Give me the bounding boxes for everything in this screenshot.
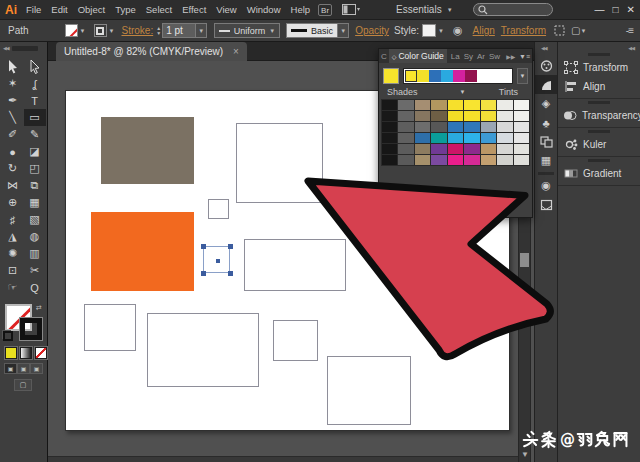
variation-swatch[interactable] [481, 144, 496, 154]
layers-panel-icon[interactable]: ◈ [535, 94, 557, 113]
variation-dropdown-icon[interactable]: ▼ [460, 89, 466, 95]
scale-tool[interactable]: ◰ [24, 160, 46, 177]
selection-handle[interactable] [201, 244, 206, 249]
none-mode-button[interactable] [35, 347, 47, 359]
panel-menu-icon[interactable]: ▼≡ [519, 53, 530, 60]
perspective-grid-tool[interactable]: ▦ [24, 194, 46, 211]
variation-swatch[interactable] [382, 100, 397, 110]
harmony-swatch[interactable] [465, 70, 477, 82]
width-tool[interactable]: ⋈ [2, 177, 24, 194]
variation-swatch[interactable] [497, 155, 512, 165]
stroke-color-button[interactable]: ▼ [94, 24, 115, 37]
variation-swatch[interactable] [382, 133, 397, 143]
line-segment-tool[interactable]: ╲ [2, 109, 24, 126]
panel-tab-ar[interactable]: Ar [475, 52, 487, 61]
blend-tool[interactable]: ◍ [24, 228, 46, 245]
menu-object[interactable]: Object [73, 4, 110, 15]
variation-swatch[interactable] [497, 111, 512, 121]
menu-help[interactable]: Help [286, 4, 316, 15]
menu-type[interactable]: Type [110, 4, 141, 15]
screen-mode-button[interactable]: ▢ [14, 379, 32, 391]
filled-rectangle[interactable] [101, 117, 194, 184]
menu-edit[interactable]: Edit [46, 4, 72, 15]
shape-builder-tool[interactable]: ⊕ [2, 194, 24, 211]
variation-swatch[interactable] [382, 144, 397, 154]
eyedropper-tool[interactable]: ◮ [2, 228, 24, 245]
close-button[interactable]: ✕ [627, 4, 635, 15]
outlined-rectangle[interactable] [236, 123, 323, 203]
scrollbar-thumb[interactable] [520, 253, 529, 267]
outlined-rectangle[interactable] [244, 239, 346, 291]
variation-swatch[interactable] [464, 111, 479, 121]
variation-swatch[interactable] [398, 111, 413, 121]
graphic-styles-panel-icon[interactable] [535, 195, 557, 214]
variation-swatch[interactable] [382, 122, 397, 132]
variation-swatch[interactable] [514, 155, 529, 165]
kuler-panel-button[interactable]: Kuler [558, 135, 640, 154]
variation-swatch[interactable] [398, 133, 413, 143]
brush-dropdown[interactable]: ▼ [338, 23, 349, 38]
pathfinder-panel-icon[interactable] [535, 132, 557, 151]
workspace-select[interactable]: Essentials▼ [396, 4, 453, 15]
color-guide-tab[interactable]: ◇Color Guide [389, 49, 447, 63]
recolor-artwork-icon[interactable]: ◉ [453, 24, 463, 37]
variation-swatch[interactable] [497, 133, 512, 143]
selected-rectangle[interactable] [203, 246, 230, 273]
rectangle-tool[interactable]: ▭ [24, 109, 46, 126]
selection-tool[interactable] [2, 58, 24, 75]
document-tab[interactable]: Untitled-8* @ 82% (CMYK/Preview) × [56, 42, 247, 61]
panel-drag-grip[interactable] [558, 128, 640, 135]
variation-swatch[interactable] [464, 100, 479, 110]
menu-effect[interactable]: Effect [177, 4, 211, 15]
selection-handle[interactable] [228, 271, 233, 276]
align-panel-button[interactable]: Align [558, 77, 640, 96]
variation-swatch[interactable] [431, 144, 446, 154]
artboard-tool[interactable]: ⊡ [2, 262, 24, 279]
variation-swatch[interactable] [415, 133, 430, 143]
tools-drag-grip[interactable] [12, 46, 38, 51]
transparency-panel-button[interactable]: Transparency [558, 106, 640, 125]
harmony-swatch[interactable] [441, 70, 453, 82]
gradient-panel-button[interactable]: Gradient [558, 164, 640, 183]
variation-swatch[interactable] [431, 111, 446, 121]
select-similar-icon[interactable]: ▢▼ [571, 25, 586, 36]
type-tool[interactable]: T [24, 92, 46, 109]
variation-swatch[interactable] [497, 144, 512, 154]
transform-panel-button[interactable]: Transform [558, 58, 640, 77]
panel-drag-grip[interactable] [558, 157, 640, 164]
brush-select[interactable]: Basic [286, 23, 338, 38]
harmony-swatch[interactable] [429, 70, 441, 82]
harmony-swatch[interactable] [417, 70, 429, 82]
stroke-weight-stepper[interactable]: ▲▼ [156, 26, 161, 36]
rotate-tool[interactable]: ↻ [2, 160, 24, 177]
panel-drag-grip[interactable] [558, 51, 640, 58]
variation-swatch[interactable] [448, 111, 463, 121]
variation-swatch[interactable] [431, 155, 446, 165]
variation-swatch[interactable] [464, 133, 479, 143]
fill-color-button[interactable]: ▼ [65, 24, 86, 37]
panel-tab-sy[interactable]: Sy [462, 52, 475, 61]
zoom-tool[interactable]: Q [24, 279, 46, 296]
stroke-swatch-black[interactable] [20, 318, 42, 340]
column-graph-tool[interactable]: ▥ [24, 245, 46, 262]
variation-swatch[interactable] [464, 144, 479, 154]
variation-swatch[interactable] [464, 122, 479, 132]
variation-swatch[interactable] [514, 122, 529, 132]
color-guide-panel-icon[interactable] [535, 75, 557, 94]
app-logo[interactable]: Ai [5, 3, 17, 17]
appearance-panel-icon[interactable]: ◉ [535, 176, 557, 195]
variation-swatch[interactable] [481, 100, 496, 110]
swap-fill-stroke-icon[interactable]: ⇄ [36, 304, 42, 312]
gradient-mode-button[interactable] [20, 347, 32, 359]
magic-wand-tool[interactable]: ✶ [2, 75, 24, 92]
free-transform-tool[interactable]: ⧉ [24, 177, 46, 194]
symbols-panel-icon[interactable]: ♣ [535, 113, 557, 132]
variation-swatch[interactable] [382, 155, 397, 165]
variation-swatch[interactable] [497, 100, 512, 110]
transform-link[interactable]: Transform [501, 25, 546, 36]
harmony-swatch[interactable] [405, 70, 417, 82]
stroke-panel-link[interactable]: Stroke: [121, 25, 153, 36]
variation-swatch[interactable] [415, 100, 430, 110]
workspace-switcher-icon[interactable] [342, 4, 362, 15]
blob-brush-tool[interactable]: ● [2, 143, 24, 160]
